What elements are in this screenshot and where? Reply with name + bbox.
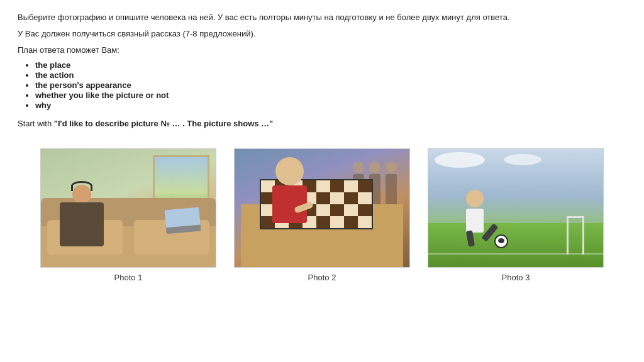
start-with-text: Start with "I'd like to describe picture… — [18, 119, 626, 128]
plan-label: План ответа поможет Вам: — [18, 44, 626, 57]
cloud-1 — [435, 152, 485, 168]
boy3-body — [466, 209, 484, 233]
boy1-body — [60, 202, 104, 246]
plan-item-1: the place — [35, 60, 626, 70]
plan-list: the place the action the person's appear… — [18, 60, 626, 110]
start-with-prefix: Start with — [18, 119, 54, 128]
plan-item-5: why — [35, 101, 626, 110]
laptop-screen — [164, 207, 200, 228]
photos-section: Photo 1 — [18, 148, 626, 282]
field-lines — [428, 253, 603, 255]
photo1-illustration — [41, 149, 216, 267]
bg-person-3 — [386, 162, 397, 206]
photo-label-1: Photo 1 — [114, 273, 143, 282]
laptop — [164, 207, 201, 234]
plan-item-2-text: the action — [35, 70, 74, 80]
instructions-block: Выберите фотографию и опишите человека н… — [18, 11, 626, 128]
photo-item-1: Photo 1 — [40, 148, 216, 282]
goal-post-left — [567, 217, 569, 255]
plan-item-3: the person's appearance — [35, 80, 626, 90]
instruction-line1: Выберите фотографию и опишите человека н… — [18, 11, 626, 24]
plan-item-1-text: the place — [35, 60, 70, 70]
boy2-head — [275, 157, 304, 185]
grass — [428, 223, 603, 267]
photo2-illustration — [235, 149, 409, 267]
instruction-line2: У Вас должен получиться связный рассказ … — [18, 28, 626, 40]
page-content: Выберите фотографию и опишите человека н… — [18, 11, 626, 282]
boy1-figure — [60, 202, 104, 248]
photo-box-2[interactable] — [234, 148, 410, 268]
plan-item-2: the action — [35, 70, 626, 80]
photo-label-3: Photo 3 — [502, 273, 530, 282]
boy2-body — [272, 185, 307, 223]
boy2-figure — [272, 157, 307, 223]
boy3-head — [466, 190, 484, 207]
photo-item-2: Photo 2 — [234, 148, 410, 282]
plan-item-4-text: whether you like the picture or not — [35, 90, 169, 100]
plan-item-5-text: why — [35, 101, 51, 110]
boy3-figure — [466, 190, 484, 233]
goal-post-right — [582, 217, 584, 255]
plan-item-4: whether you like the picture or not — [35, 90, 626, 100]
start-with-quote: "I'd like to describe picture № … . The … — [54, 119, 273, 128]
plan-item-3-text: the person's appearance — [35, 80, 131, 90]
photo-box-3[interactable] — [428, 148, 604, 268]
photo-item-3: Photo 3 — [428, 148, 604, 282]
photo-label-2: Photo 2 — [308, 273, 336, 282]
goal-bar — [567, 216, 584, 218]
photo3-illustration — [428, 149, 603, 267]
photo-box-1[interactable] — [40, 148, 216, 268]
cloud-2 — [504, 154, 541, 165]
